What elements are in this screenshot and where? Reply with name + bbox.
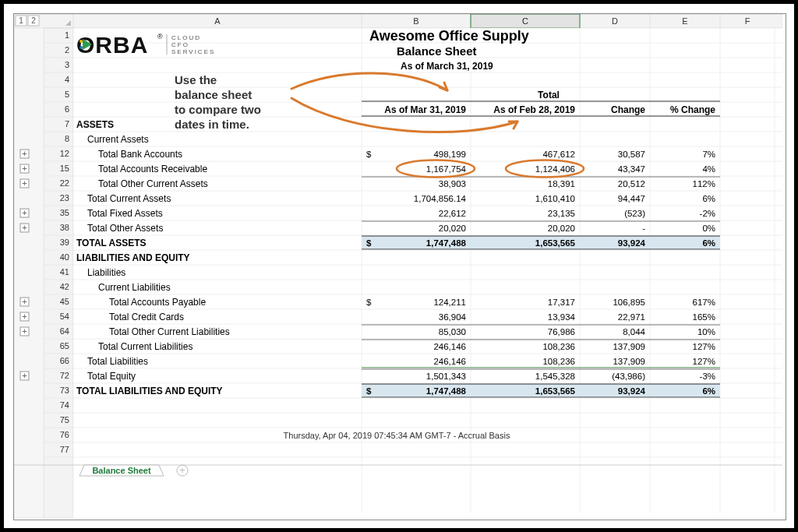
svg-text:+: + <box>22 178 26 188</box>
value-cell: 165% <box>693 312 715 322</box>
label-cell: ASSETS <box>76 119 114 130</box>
value-cell: 93,924 <box>618 238 646 248</box>
value-cell: 30,587 <box>618 150 645 159</box>
value-cell: 6% <box>702 194 715 203</box>
value-cell: 23,135 <box>548 209 575 218</box>
value-cell: 85,030 <box>439 327 466 336</box>
value-cell: 112% <box>693 179 715 188</box>
svg-text:+: + <box>22 208 26 217</box>
value-cell: 127% <box>693 357 715 366</box>
row-header[interactable]: 8 <box>65 134 69 143</box>
row-header[interactable]: 77 <box>60 445 69 454</box>
asof-text: As of March 31, 2019 <box>401 61 493 72</box>
row-header[interactable]: 40 <box>60 252 69 262</box>
row-header[interactable]: 3 <box>65 60 69 69</box>
svg-text:$: $ <box>366 238 372 248</box>
col-header-E[interactable]: E <box>682 16 687 26</box>
row-header[interactable]: 15 <box>60 164 69 173</box>
row-header[interactable]: 4 <box>65 75 69 84</box>
value-cell: 498,199 <box>433 150 466 159</box>
svg-text:+: + <box>22 223 26 232</box>
report-title: Balance Sheet <box>397 44 477 58</box>
value-cell: 43,347 <box>618 164 645 174</box>
header-col1: As of Mar 31, 2019 <box>384 104 466 115</box>
value-cell: 1,653,565 <box>535 238 576 248</box>
value-cell: 127% <box>693 342 715 351</box>
row-header[interactable]: 1 <box>65 30 69 40</box>
svg-text:+: + <box>22 312 26 321</box>
row-header[interactable]: 23 <box>60 193 69 203</box>
value-cell: 38,903 <box>439 179 466 188</box>
row-header[interactable]: 64 <box>60 326 69 336</box>
company-title: Awesome Office Supply <box>369 28 529 44</box>
row-header[interactable]: 7 <box>65 119 69 129</box>
col-header-D[interactable]: D <box>612 16 618 26</box>
value-cell: 467,612 <box>542 150 575 159</box>
sheet-tab-label: Balance Sheet <box>92 466 151 475</box>
svg-text:to compare two: to compare two <box>175 103 261 116</box>
value-cell: 10% <box>697 327 715 336</box>
row-header[interactable]: 72 <box>60 371 69 380</box>
value-cell: 1,653,565 <box>535 386 576 396</box>
col-header-F[interactable]: F <box>745 16 750 26</box>
value-cell: 1,545,328 <box>535 372 575 381</box>
value-cell: (523) <box>624 209 645 218</box>
row-header[interactable]: 65 <box>60 341 69 351</box>
row-header[interactable]: 45 <box>60 297 69 306</box>
row-header[interactable]: 6 <box>65 104 69 114</box>
value-cell: 246,146 <box>433 342 466 351</box>
label-cell: Total Accounts Payable <box>109 297 206 308</box>
row-header[interactable]: 22 <box>60 178 69 188</box>
value-cell: 20,512 <box>618 179 645 188</box>
column-header-strip <box>14 14 782 28</box>
label-cell: Current Liabilities <box>98 282 171 293</box>
row-header[interactable]: 73 <box>60 386 69 395</box>
value-cell: -2% <box>700 209 715 218</box>
value-cell: (43,986) <box>612 372 645 381</box>
row-header[interactable]: 35 <box>60 208 69 217</box>
spreadsheet-frame: 12ABCDEFC1234567ASSETS8Current Assets12+… <box>13 13 786 520</box>
label-cell: Total Other Current Liabilities <box>109 326 230 337</box>
row-header[interactable]: 38 <box>60 223 69 232</box>
svg-text:+: + <box>22 297 26 306</box>
col-header-B[interactable]: B <box>413 16 418 26</box>
value-cell: 0% <box>702 224 715 233</box>
row-header[interactable]: 66 <box>60 356 69 365</box>
row-header[interactable]: 12 <box>60 149 69 158</box>
row-header[interactable]: 41 <box>60 267 69 277</box>
row-header[interactable]: 5 <box>65 90 69 99</box>
row-header[interactable]: 39 <box>60 238 69 247</box>
svg-text:+: + <box>179 465 185 476</box>
row-header[interactable]: 75 <box>60 415 69 425</box>
row-header[interactable]: 54 <box>60 312 69 321</box>
value-cell: 4% <box>702 164 715 174</box>
value-cell: 20,020 <box>439 224 466 233</box>
label-cell: Liabilities <box>87 267 125 278</box>
logo-tagline: CLOUD <box>171 34 201 41</box>
value-cell: 124,211 <box>433 298 466 307</box>
row-header[interactable]: 74 <box>60 400 69 410</box>
value-cell: 1,124,406 <box>535 164 575 174</box>
header-total: Total <box>538 90 560 100</box>
row-header[interactable]: 76 <box>60 430 69 439</box>
value-cell: 17,317 <box>548 298 575 307</box>
svg-text:C: C <box>522 16 528 26</box>
value-cell: 137,909 <box>613 357 645 366</box>
label-cell: Total Current Liabilities <box>98 341 192 352</box>
svg-text:+: + <box>22 326 26 336</box>
row-header[interactable]: 42 <box>60 282 69 291</box>
svg-text:2: 2 <box>31 16 36 25</box>
label-cell: TOTAL ASSETS <box>76 238 147 248</box>
value-cell: 1,747,488 <box>426 238 467 248</box>
value-cell: 1,704,856.14 <box>414 194 467 203</box>
label-cell: Total Other Assets <box>87 223 163 234</box>
svg-text:+: + <box>22 371 26 380</box>
svg-text:®: ® <box>157 33 163 41</box>
value-cell: 6% <box>702 386 715 396</box>
label-cell: TOTAL LIABILITIES AND EQUITY <box>76 386 223 396</box>
value-cell: 7% <box>702 150 715 159</box>
row-header[interactable]: 2 <box>65 45 69 55</box>
header-col4: % Change <box>670 104 715 115</box>
col-header-A[interactable]: A <box>214 16 221 26</box>
value-cell: -3% <box>700 372 715 381</box>
